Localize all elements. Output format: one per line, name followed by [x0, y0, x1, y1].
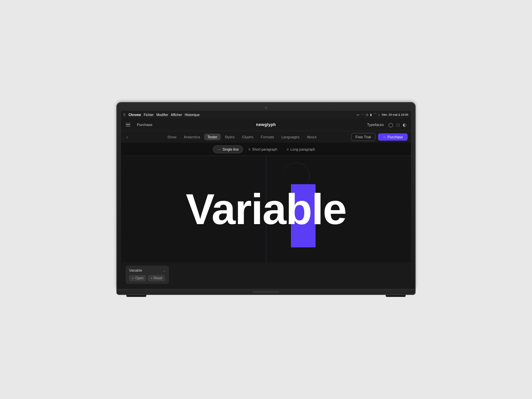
free-trial-button[interactable]: Free Trial — [351, 133, 375, 141]
variable-actions: ⤢ Open × Reset — [129, 275, 166, 281]
purchase-arrow-icon: → — [383, 135, 386, 139]
laptop-frame:  Chrome Fichier Modifier Afficher Histo… — [116, 102, 416, 297]
laptop-notch — [253, 291, 279, 293]
app-navbar: ‹ Show Antarctica Tester Styles Glyphs F… — [121, 131, 411, 143]
single-line-icon: — — [217, 147, 221, 151]
historique-menu[interactable]: Historique — [185, 113, 200, 117]
short-paragraph-icon: ≡ — [248, 147, 250, 151]
afficher-menu[interactable]: Afficher — [171, 113, 182, 117]
theme-icon[interactable]: ◐ — [403, 122, 406, 127]
nav-antarctica[interactable]: Antarctica — [181, 134, 203, 140]
laptop-lid:  Chrome Fichier Modifier Afficher Histo… — [116, 102, 416, 289]
camera — [265, 107, 267, 109]
user-icon[interactable]: ◯ — [388, 122, 393, 127]
chevron-down-icon[interactable]: ⌄ — [163, 269, 166, 272]
open-button[interactable]: ⤢ Open — [129, 275, 146, 281]
main-content: Variable — [121, 156, 411, 262]
long-paragraph-button[interactable]: ≡ Long paragraph — [283, 146, 319, 153]
app-topbar: Purchase newglyph Typefaces ◯ □ ◐ — [121, 119, 411, 131]
variable-dropdown: Variable ⌄ ⤢ Open × Reset — [126, 266, 169, 284]
cart-icon[interactable]: □ — [397, 122, 399, 127]
short-paragraph-button[interactable]: ≡ Short paragraph — [244, 146, 281, 153]
fichier-menu[interactable]: Fichier — [144, 113, 154, 117]
nav-right-actions: Free Trial → Purchase — [351, 133, 408, 141]
nav-items: Show Antarctica Tester Styles Glyphs For… — [133, 134, 351, 140]
foot-left — [126, 295, 146, 297]
apple-icon:  — [124, 112, 125, 117]
nav-about[interactable]: About — [304, 134, 320, 140]
long-paragraph-label: Long paragraph — [291, 147, 315, 151]
open-icon: ⤢ — [132, 277, 134, 280]
nav-glyphs[interactable]: Glyphs — [239, 134, 257, 140]
laptop-feet — [116, 295, 416, 297]
nav-tester[interactable]: Tester — [204, 134, 221, 140]
bluetooth-icon: ⋯ — [361, 113, 364, 116]
nav-show[interactable]: Show — [164, 134, 180, 140]
clock-icon: ◷ — [366, 113, 368, 116]
purchase-label: Purchase — [388, 135, 403, 139]
foot-right — [386, 295, 406, 297]
nav-styles[interactable]: Styles — [221, 134, 238, 140]
topbar-left: Purchase — [126, 123, 152, 127]
reset-icon: × — [151, 277, 152, 280]
variable-dropdown-label: Variable — [129, 268, 142, 272]
modifier-menu[interactable]: Modifier — [156, 113, 168, 117]
long-paragraph-icon: ≡ — [287, 147, 289, 151]
display-word: Variable — [186, 188, 346, 231]
reset-button[interactable]: × Reset — [148, 275, 165, 281]
nav-languages[interactable]: Languages — [278, 134, 303, 140]
mac-status-icons: ▭ ⋯ ◷ ▮ ⌒ ⌕ — [356, 113, 380, 117]
display-word-text[interactable]: Variable — [186, 188, 346, 231]
wifi-icon: ⌒ — [373, 113, 376, 117]
reset-label: Reset — [154, 276, 162, 280]
topbar-icons: ◯ □ ◐ — [388, 122, 406, 127]
display-icon: ▭ — [356, 113, 359, 116]
app-logo: newglyph — [256, 122, 276, 127]
mac-menubar:  Chrome Fichier Modifier Afficher Histo… — [121, 111, 411, 119]
battery-icon: ▮ — [370, 113, 372, 116]
typefaces-link[interactable]: Typefaces — [367, 123, 384, 127]
nav-formats[interactable]: Formats — [257, 134, 277, 140]
mac-menu-items: Chrome Fichier Modifier Afficher Histori… — [128, 113, 200, 117]
variable-dropdown-header: Variable ⌄ — [129, 268, 166, 272]
search-icon: ⌕ — [378, 113, 380, 116]
topbar-right: Typefaces ◯ □ ◐ — [367, 122, 406, 127]
tester-toolbar: — Single line ≡ Short paragraph ≡ Long p… — [121, 143, 411, 156]
mac-menubar-right: ▭ ⋯ ◷ ▮ ⌒ ⌕ Mer. 29 mai à 19:05 — [356, 113, 408, 117]
single-line-button[interactable]: — Single line — [213, 145, 243, 153]
single-line-label: Single line — [222, 147, 238, 151]
app-name: Chrome — [128, 113, 141, 117]
purchase-button[interactable]: → Purchase — [378, 133, 408, 141]
mac-menubar-left:  Chrome Fichier Modifier Afficher Histo… — [124, 112, 200, 117]
screen:  Chrome Fichier Modifier Afficher Histo… — [121, 111, 411, 289]
laptop-base — [116, 289, 416, 295]
open-label: Open — [135, 276, 143, 280]
datetime: Mer. 29 mai à 19:05 — [382, 113, 408, 116]
short-paragraph-label: Short paragraph — [252, 147, 277, 151]
word-container: Variable — [186, 188, 346, 231]
hamburger-menu-icon[interactable] — [126, 123, 130, 127]
bottom-panel: Variable ⌄ ⤢ Open × Reset — [121, 262, 411, 289]
topbar-purchase-link[interactable]: Purchase — [137, 123, 152, 127]
nav-back-button[interactable]: ‹ — [124, 133, 130, 141]
